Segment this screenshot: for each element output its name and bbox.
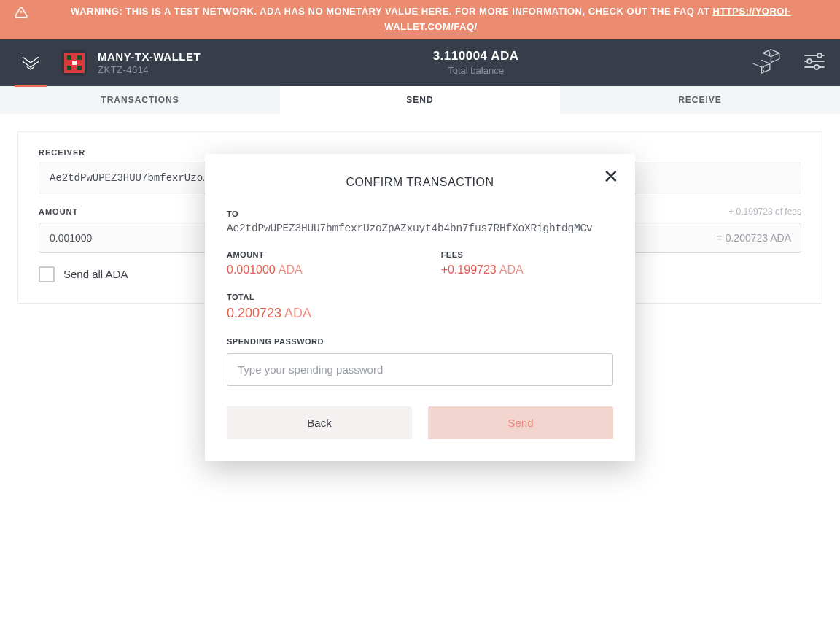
modal-fees-value: +0.199723: [441, 263, 497, 276]
modal-password-label: SPENDING PASSWORD: [227, 337, 613, 346]
modal-amount-unit: ADA: [279, 263, 303, 276]
send-button[interactable]: Send: [428, 406, 613, 439]
modal-title: CONFIRM TRANSACTION: [227, 176, 613, 189]
modal-fees-label: FEES: [441, 250, 524, 259]
modal-to-label: TO: [227, 209, 613, 218]
modal-to-address: Ae2tdPwUPEZ3HUU7bmfexrUzoZpAZxuyt4b4bn7f…: [227, 223, 613, 234]
confirm-transaction-modal: CONFIRM TRANSACTION ✕ TO Ae2tdPwUPEZ3HUU…: [205, 154, 635, 461]
close-icon[interactable]: ✕: [603, 167, 619, 186]
modal-total-unit: ADA: [284, 306, 311, 320]
back-button[interactable]: Back: [227, 406, 412, 439]
modal-amount-value: 0.001000: [227, 263, 276, 276]
modal-total-value: 0.200723: [227, 306, 281, 320]
modal-total-label: TOTAL: [227, 293, 613, 301]
modal-amount-label: AMOUNT: [227, 250, 303, 259]
spending-password-input[interactable]: [227, 353, 613, 386]
modal-fees-unit: ADA: [499, 263, 524, 276]
